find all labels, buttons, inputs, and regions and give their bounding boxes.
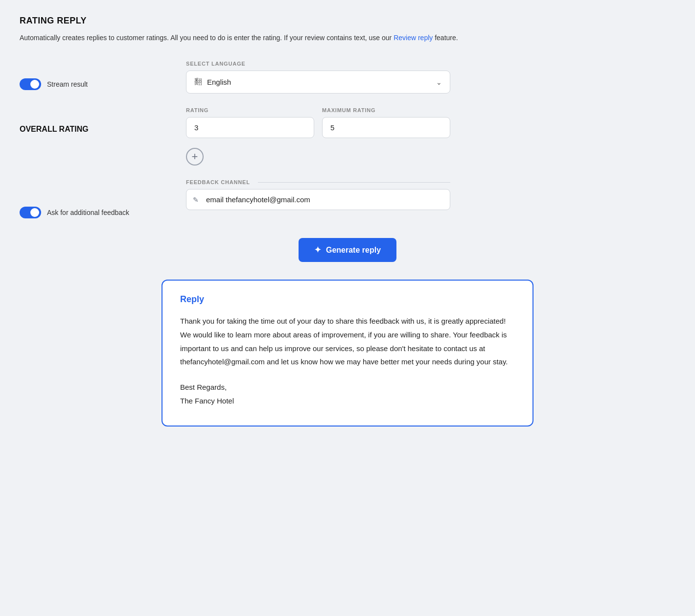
description-text: Automatically creates replies to custome…	[20, 34, 394, 42]
stream-language-row: Stream result SELECT LANGUAGE 翻 English …	[20, 61, 675, 94]
reply-signature: The Fancy Hotel	[180, 397, 234, 405]
page-description: Automatically creates replies to custome…	[20, 33, 675, 43]
reply-paragraph: Thank you for taking the time out of you…	[180, 314, 515, 369]
reply-box-title: Reply	[180, 294, 515, 305]
plus-icon: +	[192, 151, 198, 162]
generate-reply-label: Generate reply	[326, 246, 381, 255]
max-rating-input[interactable]	[322, 117, 450, 138]
description-suffix: feature.	[433, 34, 458, 42]
language-label: SELECT LANGUAGE	[186, 61, 450, 67]
feedback-channel-label: FEEDBACK CHANNEL	[186, 179, 250, 185]
page-title: RATING REPLY	[20, 16, 675, 26]
max-rating-field-label: MAXIMUM RATING	[322, 107, 450, 113]
feedback-channel-section-header: FEEDBACK CHANNEL	[186, 179, 450, 185]
translate-icon: 翻	[194, 77, 202, 87]
feedback-toggle[interactable]	[20, 207, 41, 218]
language-value: English	[207, 78, 231, 86]
overall-rating-label: OVERALL RATING	[20, 107, 186, 134]
stream-toggle-label: Stream result	[47, 80, 88, 88]
language-select[interactable]: 翻 English ⌄	[186, 71, 450, 94]
stream-toggle[interactable]	[20, 78, 41, 90]
feedback-row: Ask for additional feedback ✎	[20, 189, 675, 218]
chevron-down-icon: ⌄	[436, 78, 442, 86]
sparkle-icon: ✦	[314, 245, 321, 255]
reply-text: Thank you for taking the time out of you…	[180, 314, 515, 408]
reply-closing: Best Regards, The Fancy Hotel	[180, 380, 515, 408]
generate-reply-button[interactable]: ✦ Generate reply	[299, 238, 396, 262]
review-reply-link[interactable]: Review reply	[394, 34, 433, 42]
rating-field: RATING	[186, 107, 314, 138]
add-more-button[interactable]: +	[186, 148, 204, 166]
feedback-channel-input-wrapper: ✎	[186, 189, 450, 210]
max-rating-field: MAXIMUM RATING	[322, 107, 450, 138]
rating-input[interactable]	[186, 117, 314, 138]
generate-row: ✦ Generate reply	[20, 238, 675, 262]
reply-box: Reply Thank you for taking the time out …	[162, 280, 533, 426]
reply-closing-text: Best Regards,	[180, 383, 227, 391]
feedback-toggle-container: Ask for additional feedback	[20, 189, 186, 218]
rating-field-label: RATING	[186, 107, 314, 113]
feedback-channel-input[interactable]	[186, 189, 450, 210]
stream-toggle-container: Stream result	[20, 61, 186, 90]
language-field: SELECT LANGUAGE 翻 English ⌄	[186, 61, 450, 94]
form-area: Stream result SELECT LANGUAGE 翻 English …	[20, 61, 675, 426]
feedback-toggle-label: Ask for additional feedback	[47, 209, 129, 216]
add-more-row: +	[20, 148, 675, 166]
rating-inputs: RATING MAXIMUM RATING	[186, 107, 450, 138]
overall-rating-row: OVERALL RATING RATING MAXIMUM RATING	[20, 107, 675, 138]
feedback-divider	[258, 182, 450, 183]
